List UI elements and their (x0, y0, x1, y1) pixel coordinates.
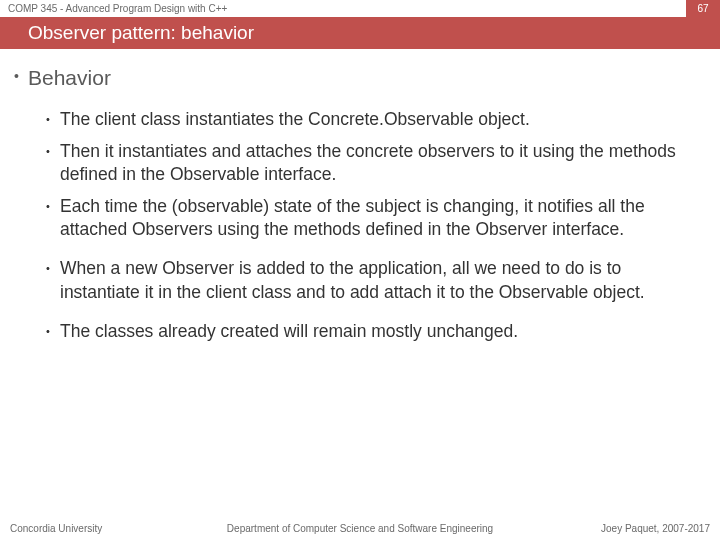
bullet-item: The classes already created will remain … (48, 320, 702, 343)
content-area: Behavior The client class instantiates t… (18, 60, 702, 352)
bullet-list: The client class instantiates the Concre… (18, 108, 702, 343)
bullet-item: The client class instantiates the Concre… (48, 108, 702, 131)
page-number: 67 (686, 0, 720, 17)
top-bar: COMP 345 - Advanced Program Design with … (0, 0, 720, 17)
slide: COMP 345 - Advanced Program Design with … (0, 0, 720, 540)
bullet-item: Each time the (observable) state of the … (48, 195, 702, 241)
footer-right: Joey Paquet, 2007-2017 (601, 523, 710, 534)
bullet-item: Then it instantiates and attaches the co… (48, 140, 702, 186)
footer-center: Department of Computer Science and Softw… (227, 523, 493, 534)
footer: Concordia University Department of Compu… (0, 523, 720, 534)
section-heading: Behavior (18, 66, 702, 90)
slide-title: Observer pattern: behavior (28, 22, 254, 44)
title-bar: Observer pattern: behavior (0, 17, 720, 49)
footer-left: Concordia University (10, 523, 102, 534)
bullet-item: When a new Observer is added to the appl… (48, 257, 702, 303)
course-label: COMP 345 - Advanced Program Design with … (8, 3, 227, 14)
